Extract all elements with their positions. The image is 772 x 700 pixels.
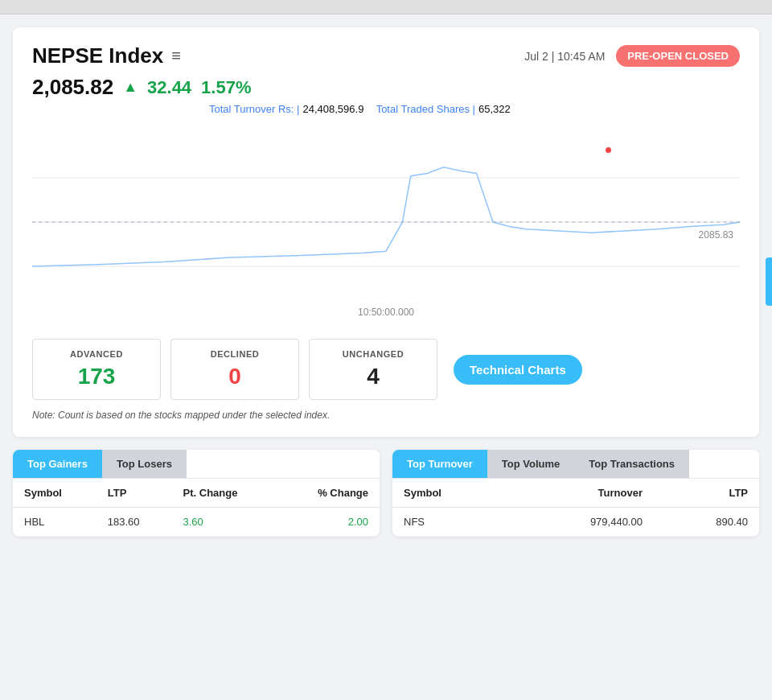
- tab-top-transactions[interactable]: Top Transactions: [574, 450, 689, 478]
- col-pt-change: Pt. Change: [172, 479, 279, 508]
- nepse-change: 32.44: [147, 77, 191, 98]
- cell-turnover: 979,440.00: [509, 508, 654, 537]
- nepse-card: NEPSE Index ≡ Jul 2 | 10:45 AM PRE-OPEN …: [13, 27, 759, 437]
- gainers-table: Symbol LTP Pt. Change % Change HBL 183.6…: [13, 479, 380, 537]
- right-panel: Top Turnover Top Volume Top Transactions…: [392, 450, 759, 537]
- cell-symbol: HBL: [13, 508, 96, 537]
- stats-row: ADVANCED 173 DECLINED 0 UNCHANGED 4 Tech…: [32, 339, 740, 400]
- declined-label: DECLINED: [194, 349, 276, 359]
- nepse-title-text: NEPSE Index: [32, 43, 163, 68]
- right-panel-tabs: Top Turnover Top Volume Top Transactions: [392, 450, 759, 479]
- cell-ltp: 183.60: [96, 508, 172, 537]
- declined-value: 0: [194, 364, 276, 389]
- menu-icon[interactable]: ≡: [171, 47, 181, 65]
- pre-open-badge: PRE-OPEN CLOSED: [616, 45, 740, 67]
- cell-symbol: NFS: [392, 508, 509, 537]
- datetime-label: Jul 2 | 10:45 AM: [524, 50, 605, 63]
- col-symbol: Symbol: [13, 479, 96, 508]
- traded-value: 65,322: [478, 103, 511, 115]
- scroll-indicator[interactable]: [766, 257, 772, 306]
- unchanged-label: UNCHANGED: [332, 349, 414, 359]
- col-ltp: LTP: [654, 479, 759, 508]
- cell-pt-change: 3.60: [172, 508, 279, 537]
- tab-top-losers[interactable]: Top Losers: [102, 450, 187, 478]
- tab-top-gainers[interactable]: Top Gainers: [13, 450, 102, 478]
- top-scrollbar: [0, 0, 772, 14]
- declined-box: DECLINED 0: [170, 339, 299, 400]
- bottom-section: Top Gainers Top Losers Symbol LTP Pt. Ch…: [13, 450, 759, 537]
- chart-dot: [606, 147, 611, 153]
- chart-area: 2085.83 10:50:00.000: [32, 125, 740, 326]
- unchanged-box: UNCHANGED 4: [309, 339, 437, 400]
- turnover-value: 24,408,596.9: [302, 103, 363, 115]
- cell-ltp: 890.40: [654, 508, 759, 537]
- nepse-price-row: 2,085.82 ▲ 32.44 1.57%: [32, 75, 740, 100]
- note-text: Note: Count is based on the stocks mappe…: [32, 410, 740, 421]
- col-pct-change: % Change: [278, 479, 380, 508]
- nepse-title-group: NEPSE Index ≡: [32, 43, 181, 68]
- table-row: NFS 979,440.00 890.40: [392, 508, 759, 537]
- left-panel: Top Gainers Top Losers Symbol LTP Pt. Ch…: [13, 450, 380, 537]
- nepse-pct-change: 1.57%: [201, 77, 251, 98]
- technical-charts-button[interactable]: Technical Charts: [454, 355, 582, 385]
- nepse-price: 2,085.82: [32, 75, 113, 100]
- chart-svg: [32, 125, 740, 302]
- chart-price-label: 2085.83: [699, 229, 733, 241]
- col-turnover: Turnover: [509, 479, 654, 508]
- nepse-header-right: Jul 2 | 10:45 AM PRE-OPEN CLOSED: [524, 45, 740, 67]
- chart-time-label: 10:50:00.000: [32, 307, 740, 318]
- table-header-row: Symbol LTP Pt. Change % Change: [13, 479, 380, 508]
- traded-label: Total Traded Shares |: [376, 103, 475, 115]
- tab-top-volume[interactable]: Top Volume: [487, 450, 574, 478]
- cell-pct-change: 2.00: [278, 508, 380, 537]
- unchanged-value: 4: [332, 364, 414, 389]
- advanced-label: ADVANCED: [55, 349, 138, 359]
- advanced-box: ADVANCED 173: [32, 339, 161, 400]
- turnover-label: Total Turnover Rs: |: [209, 103, 299, 115]
- col-ltp: LTP: [96, 479, 172, 508]
- separator: [367, 103, 372, 115]
- main-container: NEPSE Index ≡ Jul 2 | 10:45 AM PRE-OPEN …: [0, 14, 772, 550]
- table-header-row: Symbol Turnover LTP: [392, 479, 759, 508]
- turnover-table: Symbol Turnover LTP NFS 979,440.00 890.4…: [392, 479, 759, 537]
- tab-top-turnover[interactable]: Top Turnover: [392, 450, 487, 478]
- nepse-header: NEPSE Index ≡ Jul 2 | 10:45 AM PRE-OPEN …: [32, 43, 740, 68]
- up-arrow-icon: ▲: [123, 79, 138, 96]
- table-row: HBL 183.60 3.60 2.00: [13, 508, 380, 537]
- advanced-value: 173: [55, 364, 138, 389]
- turnover-info: Total Turnover Rs: | 24,408,596.9 Total …: [32, 103, 740, 115]
- col-symbol: Symbol: [392, 479, 509, 508]
- left-panel-tabs: Top Gainers Top Losers: [13, 450, 380, 479]
